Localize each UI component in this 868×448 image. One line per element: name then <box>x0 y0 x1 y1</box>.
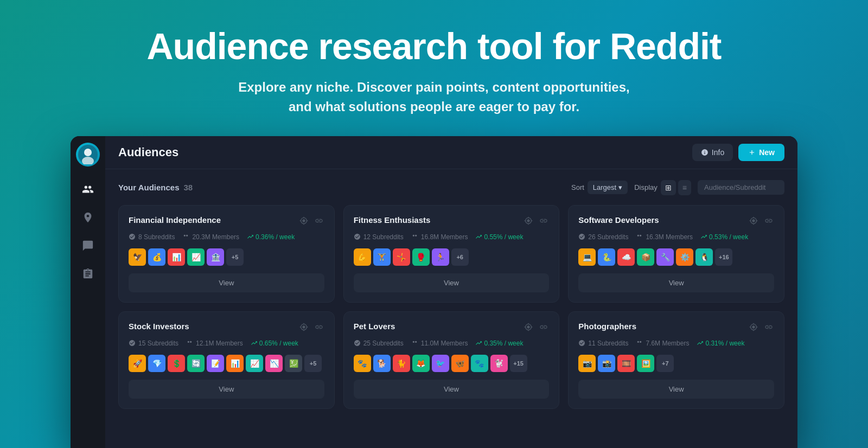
growth-meta: 0.65% / week <box>251 340 298 347</box>
top-bar-actions: Info New <box>692 144 784 161</box>
link-icon <box>764 216 773 225</box>
settings-icon <box>299 323 308 331</box>
subreddit-icon: 📈 <box>187 248 205 266</box>
settings-icon-btn[interactable] <box>298 322 309 334</box>
card-header: Financial Independence <box>129 215 324 228</box>
link-icon-btn[interactable] <box>314 215 324 228</box>
top-bar: Audiences Info New <box>105 136 797 169</box>
cards-grid: Financial Independence 8 Subreddits <box>118 205 784 409</box>
link-icon-btn[interactable] <box>763 215 774 228</box>
subreddit-icon: 🦊 <box>412 355 430 372</box>
sort-value-label: Largest <box>593 183 616 191</box>
sort-control: Sort Largest ▾ <box>571 181 628 194</box>
settings-icon-btn[interactable] <box>523 215 534 228</box>
link-icon-btn[interactable] <box>538 322 549 334</box>
subreddits-meta: 12 Subreddits <box>354 233 404 241</box>
subreddit-icons: 🚀💎💲🔄📝📊📈📉💹 +5 <box>129 355 324 372</box>
link-icon-btn[interactable] <box>763 322 774 334</box>
subreddit-icon: 🤸 <box>393 248 410 266</box>
link-icon <box>315 323 323 331</box>
settings-icon-btn[interactable] <box>748 215 759 228</box>
card-title: Stock Investors <box>129 322 189 331</box>
subreddits-icon <box>129 340 136 347</box>
subreddit-icon: 🏃 <box>432 248 449 266</box>
view-button[interactable]: View <box>129 273 324 292</box>
subreddit-icon: 🔧 <box>656 248 674 266</box>
view-button[interactable]: View <box>578 273 774 292</box>
search-input[interactable] <box>698 180 784 195</box>
audience-card: Stock Investors 15 Subreddits <box>118 311 335 409</box>
sidebar-item-audiences[interactable] <box>76 177 100 201</box>
section-label: Your Audiences <box>118 183 180 192</box>
sort-dropdown[interactable]: Largest ▾ <box>588 181 628 194</box>
app-window: Audiences Info New <box>71 136 797 448</box>
view-button[interactable]: View <box>354 380 550 399</box>
subreddits-meta: 26 Subreddits <box>578 233 628 241</box>
subreddit-icon: 🏋️ <box>373 248 391 266</box>
audience-card: Financial Independence 8 Subreddits <box>118 205 335 303</box>
settings-icon-btn[interactable] <box>748 322 759 334</box>
subreddit-icon: 🐈 <box>393 355 410 372</box>
avatar <box>76 143 100 167</box>
section-count: 38 <box>184 183 193 192</box>
subreddit-icons: 🐾🐕🐈🦊🐦🦋🐾🐩 +15 <box>354 355 550 372</box>
card-meta: 8 Subreddits 20.3M Members 0.36% / week <box>129 233 324 241</box>
subreddits-icon <box>578 340 585 347</box>
sidebar-item-explore[interactable] <box>76 206 100 229</box>
members-icon <box>636 233 643 240</box>
subreddit-icon: 🔄 <box>187 355 205 372</box>
members-meta: 7.6M Members <box>636 340 689 347</box>
settings-icon <box>749 323 758 331</box>
subreddits-icon <box>578 233 585 240</box>
link-icon <box>315 216 323 225</box>
link-icon-btn[interactable] <box>314 322 324 334</box>
card-meta: 11 Subreddits 7.6M Members 0.31% / week <box>578 340 774 347</box>
sidebar-item-chat[interactable] <box>76 234 100 258</box>
subreddits-icon <box>354 340 361 347</box>
subreddit-icon: 📉 <box>265 355 283 372</box>
card-meta: 12 Subreddits 16.8M Members 0.55% / week <box>354 233 550 241</box>
grid-view-button[interactable]: ⊞ <box>661 180 676 195</box>
view-button[interactable]: View <box>354 273 550 292</box>
new-label: New <box>759 148 775 157</box>
subreddit-icon: 🦋 <box>451 355 469 372</box>
settings-icon-btn[interactable] <box>298 215 309 228</box>
subreddit-icon: 📈 <box>246 355 263 372</box>
link-icon-btn[interactable] <box>538 215 549 228</box>
subreddit-icon: ☁️ <box>617 248 635 266</box>
info-button[interactable]: Info <box>692 144 733 161</box>
new-button[interactable]: New <box>738 144 784 161</box>
view-button[interactable]: View <box>129 380 324 399</box>
subreddit-icon: 📊 <box>226 355 244 372</box>
hero-subtitle: Explore any niche. Discover pain points,… <box>147 78 722 117</box>
growth-meta: 0.53% / week <box>700 233 748 241</box>
info-icon <box>701 149 709 156</box>
subreddit-icon: 📝 <box>207 355 224 372</box>
subreddit-icon: 💹 <box>285 355 302 372</box>
main-content: Audiences Info New <box>105 136 797 448</box>
members-icon <box>411 340 418 347</box>
hero-title: Audience research tool for Reddit <box>147 26 722 67</box>
subreddits-meta: 8 Subreddits <box>129 233 175 241</box>
card-title: Fitness Enthusiasts <box>354 215 431 225</box>
growth-icon <box>700 233 707 240</box>
subreddit-icon: 🐾 <box>354 355 371 372</box>
subreddit-icon: 📦 <box>637 248 654 266</box>
settings-icon-btn[interactable] <box>523 322 534 334</box>
list-view-button[interactable]: ≡ <box>678 180 691 195</box>
growth-meta: 0.55% / week <box>475 233 523 241</box>
subreddits-icon <box>354 233 361 240</box>
subreddit-icon: 🐍 <box>598 248 615 266</box>
settings-icon <box>524 216 533 225</box>
growth-meta: 0.36% / week <box>247 233 295 241</box>
subreddit-more-count: +15 <box>510 355 527 372</box>
view-button[interactable]: View <box>578 380 774 399</box>
settings-icon <box>299 216 308 225</box>
subreddit-icon: 🐕 <box>373 355 391 372</box>
members-meta: 16.3M Members <box>636 233 693 241</box>
plus-icon <box>748 149 756 156</box>
audience-card: Fitness Enthusiasts 12 Subreddits <box>343 205 560 303</box>
link-icon <box>539 216 548 225</box>
subreddit-more-count: +7 <box>656 355 674 372</box>
sidebar-item-clipboard[interactable] <box>76 262 100 286</box>
